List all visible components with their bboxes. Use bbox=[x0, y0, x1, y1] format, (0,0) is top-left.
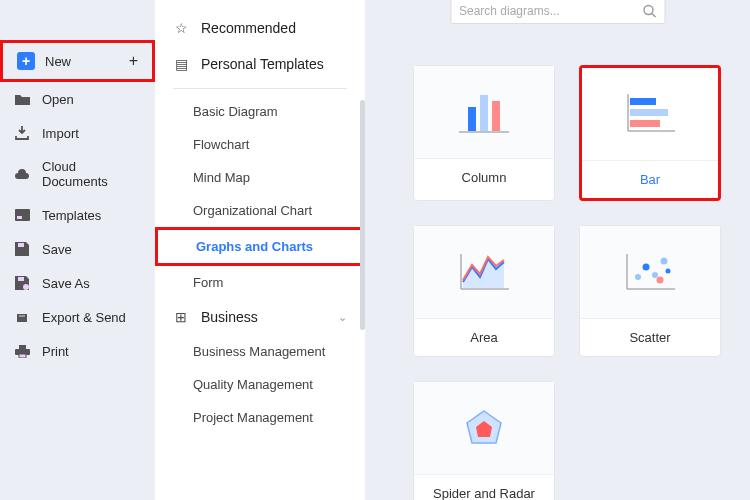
business-label: Business bbox=[201, 309, 258, 325]
new-label: New bbox=[45, 54, 71, 69]
bar-chart-icon bbox=[620, 89, 680, 139]
svg-rect-0 bbox=[15, 209, 30, 221]
bar-template[interactable]: Bar bbox=[579, 65, 721, 201]
svg-point-9 bbox=[644, 6, 653, 15]
add-icon: + bbox=[129, 52, 138, 70]
org-chart-item[interactable]: Organizational Chart bbox=[155, 194, 365, 227]
svg-point-29 bbox=[666, 269, 671, 274]
cloud-icon bbox=[14, 166, 30, 182]
save-button[interactable]: Save bbox=[0, 232, 155, 266]
print-icon bbox=[14, 343, 30, 359]
open-button[interactable]: Open bbox=[0, 82, 155, 116]
svg-point-27 bbox=[661, 258, 668, 265]
export-icon bbox=[14, 309, 30, 325]
mindmap-item[interactable]: Mind Map bbox=[155, 161, 365, 194]
template-gallery: Search diagrams... Column Bar Area Scatt… bbox=[365, 0, 750, 500]
business-icon: ⊞ bbox=[173, 309, 189, 325]
svg-rect-7 bbox=[19, 345, 26, 349]
svg-rect-8 bbox=[19, 354, 26, 358]
export-label: Export & Send bbox=[42, 310, 126, 325]
svg-point-4 bbox=[23, 284, 29, 290]
search-placeholder: Search diagrams... bbox=[459, 4, 560, 18]
svg-rect-5 bbox=[17, 314, 27, 322]
area-label: Area bbox=[414, 318, 554, 356]
svg-rect-18 bbox=[630, 109, 668, 116]
column-chart-icon bbox=[454, 87, 514, 137]
project-mgmt-item[interactable]: Project Management bbox=[155, 401, 365, 434]
spider-label: Spider and Radar bbox=[414, 474, 554, 500]
scatter-label: Scatter bbox=[580, 318, 720, 356]
recommended-label: Recommended bbox=[201, 20, 296, 36]
templates-button[interactable]: Templates bbox=[0, 198, 155, 232]
basic-diagram-item[interactable]: Basic Diagram bbox=[155, 95, 365, 128]
save-icon bbox=[14, 241, 30, 257]
spider-template[interactable]: Spider and Radar bbox=[413, 381, 555, 500]
form-item[interactable]: Form bbox=[155, 266, 365, 299]
templates-icon bbox=[14, 207, 30, 223]
svg-rect-2 bbox=[18, 243, 24, 247]
category-panel: ☆Recommended ▤Personal Templates Basic D… bbox=[155, 0, 365, 500]
import-button[interactable]: Import bbox=[0, 116, 155, 150]
folder-icon bbox=[14, 91, 30, 107]
business-header[interactable]: ⊞Business⌄ bbox=[155, 299, 365, 335]
graphs-charts-item[interactable]: Graphs and Charts bbox=[155, 227, 365, 266]
column-label: Column bbox=[414, 158, 554, 196]
personal-header[interactable]: ▤Personal Templates bbox=[155, 46, 365, 82]
column-template[interactable]: Column bbox=[413, 65, 555, 201]
saveas-icon bbox=[14, 275, 30, 291]
recommended-header[interactable]: ☆Recommended bbox=[155, 10, 365, 46]
template-icon: ▤ bbox=[173, 56, 189, 72]
scatter-chart-icon bbox=[620, 247, 680, 297]
new-button[interactable]: +New + bbox=[0, 40, 155, 82]
business-mgmt-item[interactable]: Business Management bbox=[155, 335, 365, 368]
svg-rect-17 bbox=[630, 98, 656, 105]
print-button[interactable]: Print bbox=[0, 334, 155, 368]
svg-point-24 bbox=[635, 274, 641, 280]
area-template[interactable]: Area bbox=[413, 225, 555, 357]
export-button[interactable]: Export & Send bbox=[0, 300, 155, 334]
svg-point-28 bbox=[657, 277, 664, 284]
flowchart-item[interactable]: Flowchart bbox=[155, 128, 365, 161]
open-label: Open bbox=[42, 92, 74, 107]
svg-rect-3 bbox=[18, 277, 24, 281]
svg-rect-19 bbox=[630, 120, 660, 127]
personal-label: Personal Templates bbox=[201, 56, 324, 72]
saveas-label: Save As bbox=[42, 276, 90, 291]
cloud-label: Cloud Documents bbox=[42, 159, 141, 189]
search-input[interactable]: Search diagrams... bbox=[450, 0, 665, 24]
save-label: Save bbox=[42, 242, 72, 257]
search-icon bbox=[642, 4, 656, 18]
svg-rect-12 bbox=[468, 107, 476, 131]
scatter-template[interactable]: Scatter bbox=[579, 225, 721, 357]
svg-rect-14 bbox=[492, 101, 500, 131]
plus-icon: + bbox=[17, 52, 35, 70]
svg-rect-1 bbox=[17, 216, 22, 219]
spider-chart-icon bbox=[454, 403, 514, 453]
star-icon: ☆ bbox=[173, 20, 189, 36]
svg-point-26 bbox=[652, 272, 658, 278]
file-sidebar: +New + Open Import Cloud Documents Templ… bbox=[0, 0, 155, 500]
svg-point-25 bbox=[643, 264, 650, 271]
import-label: Import bbox=[42, 126, 79, 141]
templates-label: Templates bbox=[42, 208, 101, 223]
svg-line-10 bbox=[652, 14, 656, 18]
saveas-button[interactable]: Save As bbox=[0, 266, 155, 300]
svg-rect-13 bbox=[480, 95, 488, 131]
quality-mgmt-item[interactable]: Quality Management bbox=[155, 368, 365, 401]
cloud-button[interactable]: Cloud Documents bbox=[0, 150, 155, 198]
print-label: Print bbox=[42, 344, 69, 359]
chevron-down-icon: ⌄ bbox=[338, 311, 347, 324]
bar-label: Bar bbox=[582, 160, 718, 198]
area-chart-icon bbox=[454, 247, 514, 297]
import-icon bbox=[14, 125, 30, 141]
